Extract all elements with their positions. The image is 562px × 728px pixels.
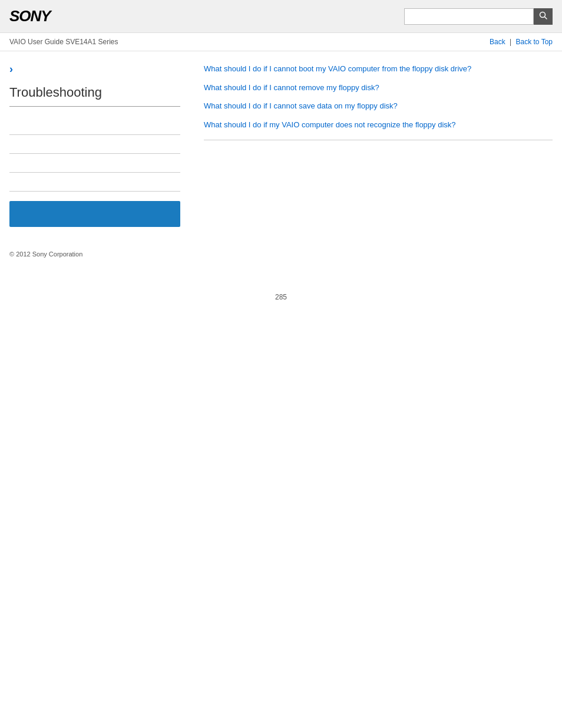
content-link-item-3: What should I do if I cannot save data o… (204, 100, 553, 112)
page-number: 285 (0, 293, 562, 313)
sidebar-link-item-4 (9, 173, 180, 192)
content-link-item-1: What should I do if I cannot boot my VAI… (204, 63, 553, 75)
copyright: © 2012 Sony Corporation (9, 251, 82, 258)
search-icon (539, 11, 547, 21)
floppy-save-link[interactable]: What should I do if I cannot save data o… (204, 101, 398, 110)
content-link-item-4: What should I do if my VAIO computer doe… (204, 119, 553, 131)
content-divider (204, 140, 553, 140)
back-link[interactable]: Back (490, 38, 505, 46)
content-links: What should I do if I cannot boot my VAI… (204, 63, 553, 130)
sidebar-title: Troubleshooting (9, 85, 180, 107)
floppy-recognize-link[interactable]: What should I do if my VAIO computer doe… (204, 120, 456, 129)
floppy-remove-link[interactable]: What should I do if I cannot remove my f… (204, 83, 379, 92)
content-link-item-2: What should I do if I cannot remove my f… (204, 82, 553, 94)
guide-title: VAIO User Guide SVE14A1 Series (9, 38, 118, 46)
page-footer: © 2012 Sony Corporation (0, 239, 562, 269)
chevron-icon: › (9, 63, 180, 75)
back-to-top-link[interactable]: Back to Top (516, 38, 553, 46)
sidebar-blue-bar (9, 201, 180, 227)
search-button[interactable] (534, 8, 553, 25)
content-area: What should I do if I cannot boot my VAI… (192, 63, 553, 227)
main-content: › Troubleshooting What should I do if I … (0, 51, 562, 239)
sidebar: › Troubleshooting (9, 63, 192, 227)
nav-links: Back | Back to Top (490, 38, 553, 46)
nav-bar: VAIO User Guide SVE14A1 Series Back | Ba… (0, 33, 562, 51)
search-input[interactable] (404, 8, 534, 25)
sidebar-links (9, 116, 180, 192)
svg-line-1 (545, 17, 547, 19)
nav-separator: | (510, 38, 511, 46)
floppy-boot-link[interactable]: What should I do if I cannot boot my VAI… (204, 64, 471, 73)
sidebar-link-item-1 (9, 116, 180, 135)
sidebar-link-item-2 (9, 135, 180, 154)
sony-logo: SONY (9, 7, 51, 25)
page-header: SONY (0, 0, 562, 33)
sidebar-link-item-3 (9, 154, 180, 173)
search-area (404, 8, 553, 25)
